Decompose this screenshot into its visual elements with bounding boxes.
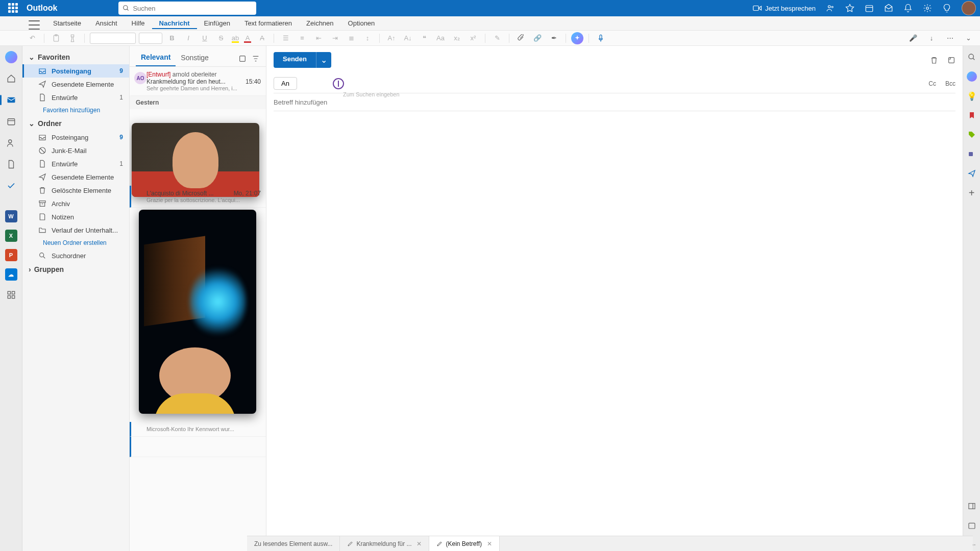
paste-icon[interactable] [50,32,63,44]
indent-button[interactable]: ⇥ [328,32,341,44]
quote-button[interactable]: ❝ [418,32,431,44]
search-input[interactable] [133,5,252,12]
download-icon[interactable]: ↓ [925,32,938,44]
message-item[interactable] [130,437,266,457]
format-painter-icon[interactable] [66,32,79,44]
close-icon[interactable]: ✕ [487,540,492,547]
right-addin-icon[interactable] [966,167,978,180]
collapse-ribbon-icon[interactable]: ⌄ [962,32,975,44]
right-plus-icon[interactable]: + [966,187,978,199]
undo-icon[interactable]: ↶ [26,32,39,44]
rail-word-icon[interactable]: W [5,210,17,222]
right-bookmark-icon[interactable] [966,109,978,121]
subscript-button[interactable]: x₂ [450,32,463,44]
highlight-button[interactable]: ab [231,34,240,43]
dictate-icon[interactable] [594,32,607,44]
immersive-icon[interactable]: 🎤 [906,32,920,44]
tab-help[interactable]: Hilfe [125,17,152,29]
clear-format-button[interactable]: A̶ [255,32,268,44]
case-button[interactable]: Aa [434,32,447,44]
section-groups[interactable]: › Gruppen [22,262,129,277]
message-item[interactable]: Microsoft-Konto Ihr Kennwort wur... [130,422,266,437]
hamburger-icon[interactable] [29,20,40,30]
fav-drafts[interactable]: Entwürfe 1 [22,91,129,104]
rail-ppt-icon[interactable]: P [5,249,17,261]
tab-view[interactable]: Ansicht [88,17,125,29]
font-color-button[interactable]: A [243,34,252,43]
subject-input[interactable] [274,98,955,106]
discard-icon[interactable] [930,56,938,64]
ord-history[interactable]: Verlauf der Unterhalt... [22,223,129,237]
rail-onedrive-icon[interactable]: ☁ [5,268,17,281]
section-folders[interactable]: ⌄ Ordner [22,116,129,131]
app-launcher-icon[interactable] [8,3,18,13]
ord-notes[interactable]: Notizen [22,210,129,223]
send-dropdown[interactable]: ⌄ [316,52,331,68]
ord-junk[interactable]: Junk-E-Mail [22,144,129,157]
meet-now-button[interactable]: Jetzt besprechen [753,5,816,12]
rail-people-icon[interactable] [4,136,18,150]
right-calendar-icon[interactable] [966,519,978,532]
ord-sent[interactable]: Gesendete Elemente [22,170,129,184]
italic-button[interactable]: I [182,32,195,44]
send-button[interactable]: Senden [274,52,316,68]
superscript-button[interactable]: x² [467,32,480,44]
decrease-font-button[interactable]: A↓ [401,32,414,44]
tips-icon[interactable] [942,4,951,13]
ord-deleted[interactable]: Gelöschte Elemente [22,184,129,197]
bullet-list-button[interactable]: ☰ [279,32,292,44]
link-icon[interactable]: 🔗 [531,32,544,44]
section-favorites[interactable]: ⌄ Favoriten [22,50,129,64]
copilot-icon[interactable] [571,32,583,44]
tab-focused[interactable]: Relevant [136,51,176,66]
tab-options[interactable]: Optionen [341,17,382,29]
new-folder-link[interactable]: Neuen Ordner erstellen [22,237,129,249]
bold-button[interactable]: B [165,32,179,44]
right-ideas-icon[interactable]: 💡 [966,90,978,102]
rail-files-icon[interactable] [4,157,18,171]
user-avatar[interactable] [962,1,976,15]
bell-icon[interactable] [903,4,913,13]
tab-message[interactable]: Nachricht [152,17,197,29]
right-copilot-icon[interactable] [966,70,978,83]
fav-sent[interactable]: Gesendete Elemente [22,78,129,91]
right-tag-icon[interactable] [966,129,978,141]
tab-insert[interactable]: Einfügen [197,17,237,29]
signature-icon[interactable]: ✒ [547,32,560,44]
line-spacing-button[interactable]: ↕ [361,32,374,44]
ord-drafts[interactable]: Entwürfe1 [22,157,129,170]
teams-icon[interactable] [826,4,835,13]
cc-button[interactable]: Cc [928,80,936,87]
message-body[interactable] [274,111,955,545]
rail-more-apps-icon[interactable] [4,288,18,302]
increase-font-button[interactable]: A↑ [385,32,398,44]
rail-todo-icon[interactable] [4,179,18,193]
right-panel-icon[interactable] [966,500,978,512]
premium-icon[interactable] [845,4,854,13]
popout-icon[interactable] [947,56,955,64]
mail-open-icon[interactable] [884,4,893,13]
tab-format[interactable]: Text formatieren [237,17,299,29]
styles-button[interactable]: ✎ [491,32,504,44]
filter-icon[interactable] [252,55,260,63]
font-size-select[interactable] [139,33,162,44]
tab-draw[interactable]: Zeichnen [299,17,340,29]
bottom-tab-draft2[interactable]: (Kein Betreff) ✕ [429,536,499,551]
align-button[interactable]: ≣ [345,32,358,44]
rail-mail-icon[interactable] [4,93,18,107]
bottom-tab-draft1[interactable]: Krankmeldung für ... ✕ [340,536,429,551]
strike-button[interactable]: S [214,32,228,44]
rail-excel-icon[interactable]: X [5,230,17,242]
copilot-rail-icon[interactable] [4,50,18,64]
search-box[interactable] [118,2,256,15]
calendar-day-icon[interactable] [865,4,874,13]
right-teams-icon[interactable] [966,148,978,160]
to-input[interactable] [302,80,919,88]
ord-inbox[interactable]: Posteingang9 [22,131,129,144]
attach-icon[interactable] [514,32,528,44]
ord-archive[interactable]: Archiv [22,197,129,210]
bcc-button[interactable]: Bcc [945,80,955,87]
message-item[interactable]: L'acquisto di Microsoft ...Mo, 21:07 Gra… [130,186,266,208]
tab-home[interactable]: Startseite [46,17,88,29]
number-list-button[interactable]: ≡ [296,32,309,44]
